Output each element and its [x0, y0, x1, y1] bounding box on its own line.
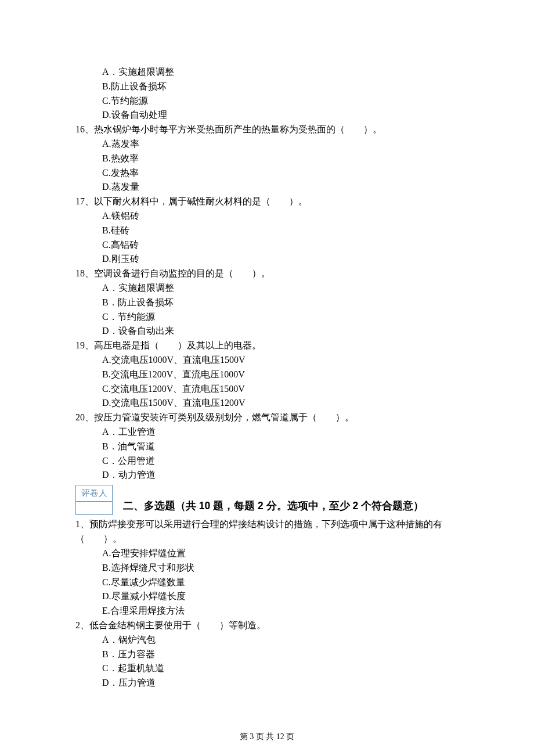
option-c: C.节约能源 — [102, 94, 459, 109]
option-c: C.高铝砖 — [102, 238, 459, 253]
option-a: A．实施超限调整 — [102, 65, 459, 80]
option-a: A.镁铝砖 — [102, 209, 459, 224]
option-d: D．动力管道 — [102, 468, 459, 483]
section-2-title: 二、多选题（共 10 题，每题 2 分。选项中，至少 2 个符合题意） — [123, 498, 424, 515]
option-d: D．压力管道 — [102, 676, 459, 690]
option-a: A．锅炉汽包 — [102, 633, 459, 647]
option-c: C.交流电压1200V、直流电压1500V — [102, 382, 459, 397]
multi-question-2-stem: 2、低合金结构钢主要使用于（ ）等制造。 — [75, 618, 459, 633]
question-19-options: A.交流电压1000V、直流电压1500V B.交流电压1200V、直流电压10… — [75, 353, 459, 411]
question-20-stem: 20、按压力管道安装许可类别及级别划分，燃气管道属于（ ）。 — [75, 411, 459, 425]
option-a: A.蒸发率 — [102, 137, 459, 152]
multi-question-1-stem: 1、预防焊接变形可以采用进行合理的焊接结构设计的措施，下列选项中属于这种措施的有… — [75, 517, 459, 546]
grader-box: 评卷人 — [75, 485, 113, 515]
question-18-stem: 18、空调设备进行自动监控的目的是（ ）。 — [75, 267, 459, 281]
option-a: A．工业管道 — [102, 425, 459, 440]
grader-blank-cell — [76, 502, 113, 515]
option-b: B.热效率 — [102, 152, 459, 166]
option-e: E.合理采用焊接方法 — [102, 604, 459, 618]
option-b: B．压力容器 — [102, 647, 459, 662]
question-16-stem: 16、热水锅炉每小时每平方米受热面所产生的热量称为受热面的（ ）。 — [75, 123, 459, 137]
orphan-option-list: A．实施超限调整 B.防止设备损坏 C.节约能源 D.设备自动处理 — [75, 65, 459, 123]
option-d: D.刚玉砖 — [102, 252, 459, 267]
question-17-options: A.镁铝砖 B.硅砖 C.高铝砖 D.刚玉砖 — [75, 209, 459, 267]
option-d: D.交流电压1500V、直流电压1200V — [102, 396, 459, 411]
page-footer: 第 3 页 共 12 页 — [75, 730, 459, 743]
option-d: D.尽量减小焊缝长度 — [102, 589, 459, 604]
option-c: C．节约能源 — [102, 310, 459, 325]
option-c: C．公用管道 — [102, 454, 459, 469]
option-d: D.设备自动处理 — [102, 108, 459, 123]
question-18-options: A．实施超限调整 B．防止设备损坏 C．节约能源 D．设备自动出来 — [75, 281, 459, 339]
question-17-stem: 17、以下耐火材料中，属于碱性耐火材料的是（ ）。 — [75, 195, 459, 209]
question-20-options: A．工业管道 B．油气管道 C．公用管道 D．动力管道 — [75, 425, 459, 483]
section-2-header: 评卷人 二、多选题（共 10 题，每题 2 分。选项中，至少 2 个符合题意） — [75, 485, 459, 515]
multi-question-1-options: A.合理安排焊缝位置 B.选择焊缝尺寸和形状 C.尽量减少焊缝数量 D.尽量减小… — [75, 546, 459, 618]
option-d: D.蒸发量 — [102, 180, 459, 195]
option-c: C．起重机轨道 — [102, 661, 459, 676]
question-16-options: A.蒸发率 B.热效率 C.发热率 D.蒸发量 — [75, 137, 459, 195]
option-c: C.发热率 — [102, 166, 459, 181]
option-b: B.交流电压1200V、直流电压1000V — [102, 368, 459, 382]
option-b: B．防止设备损坏 — [102, 296, 459, 310]
option-a: A.交流电压1000V、直流电压1500V — [102, 353, 459, 368]
option-a: A.合理安排焊缝位置 — [102, 546, 459, 561]
question-19-stem: 19、高压电器是指（ ）及其以上的电器。 — [75, 339, 459, 353]
grader-label: 评卷人 — [76, 485, 113, 502]
option-b: B.硅砖 — [102, 224, 459, 238]
option-a: A．实施超限调整 — [102, 281, 459, 296]
multi-question-2-options: A．锅炉汽包 B．压力容器 C．起重机轨道 D．压力管道 — [75, 633, 459, 690]
option-b: B．油气管道 — [102, 440, 459, 454]
option-b: B.防止设备损坏 — [102, 80, 459, 94]
option-c: C.尽量减少焊缝数量 — [102, 575, 459, 590]
option-b: B.选择焊缝尺寸和形状 — [102, 561, 459, 575]
option-d: D．设备自动出来 — [102, 324, 459, 339]
